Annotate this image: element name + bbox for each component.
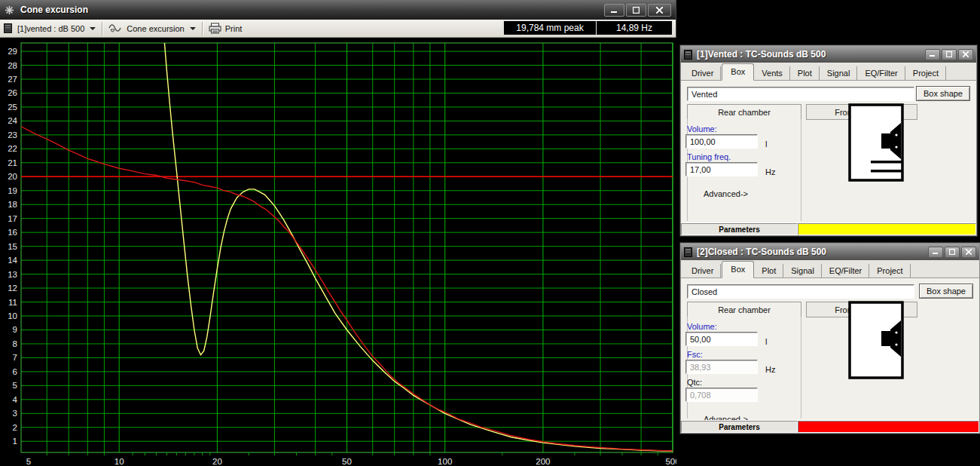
plot-type-selector-dropdown[interactable]: Cone excursion [105, 21, 199, 36]
maximize-icon [946, 51, 952, 57]
maximize-button[interactable] [945, 247, 960, 258]
tab-strip: DriverBoxPlotSignalEQ/FilterProject [681, 260, 979, 278]
tab-box[interactable]: Box [722, 261, 754, 278]
project-selector-dropdown[interactable]: [1]vented : dB 500 [0, 21, 99, 36]
y-tick-label: 4 [13, 395, 18, 404]
advanced-link[interactable]: Advanced-> [704, 189, 748, 198]
maximize-button[interactable] [626, 4, 646, 17]
y-tick-label: 9 [13, 325, 17, 334]
tab-strip: DriverBoxVentsPlotSignalEQ/FilterProject [681, 63, 976, 81]
y-tick-label: 22 [8, 144, 17, 153]
y-tick-label: 1 [13, 437, 17, 446]
minimize-button[interactable] [925, 49, 940, 60]
tab-plot[interactable]: Plot [791, 66, 820, 81]
box-tab-content: VentedBox shapeRear chamberFront chamber… [681, 81, 976, 222]
close-button[interactable] [961, 247, 976, 258]
tuning-freq-unit: Hz [765, 167, 775, 176]
child-titlebar[interactable]: [2]Closed : TC-Sounds dB 500 [681, 244, 979, 260]
parameters-status-label: Parameters [681, 223, 798, 235]
volume-unit: l [765, 139, 767, 149]
fsc-unit: Hz [765, 365, 775, 374]
box-type-field[interactable]: Vented [687, 87, 914, 101]
y-tick-label: 6 [13, 367, 17, 376]
x-tick-label: 5 [26, 457, 31, 466]
y-tick-label: 14 [8, 256, 17, 265]
tab-driver[interactable]: Driver [685, 264, 721, 278]
tab-rear-chamber[interactable]: Rear chamber [687, 104, 801, 120]
main-toolbar: [1]vented : dB 500 Cone excursion Print … [0, 20, 676, 38]
close-button[interactable] [648, 4, 671, 17]
y-tick-label: 20 [8, 172, 17, 181]
tab-project[interactable]: Project [906, 66, 946, 81]
fsc-label: Fsc: [687, 350, 703, 359]
tab-signal[interactable]: Signal [784, 264, 822, 278]
print-button[interactable]: Print [205, 21, 246, 36]
box-shape-button[interactable]: Box shape [916, 86, 970, 101]
y-tick-label: 2 [13, 423, 17, 432]
volume-input[interactable]: 100,00 [685, 134, 758, 149]
y-tick-label: 19 [8, 186, 17, 195]
close-button[interactable] [958, 49, 973, 60]
series-curve-1-vented-db-500 [164, 43, 673, 451]
volume-unit: l [765, 337, 767, 346]
y-tick-label: 29 [8, 47, 17, 56]
closed-project-window: [2]Closed : TC-Sounds dB 500DriverBoxPlo… [680, 243, 980, 434]
toolbar-separator [102, 22, 102, 35]
volume-input[interactable]: 50,00 [685, 332, 758, 346]
x-tick-label: 20 [212, 457, 222, 466]
x-tick-label: 10 [114, 457, 124, 466]
parameters-statusbar: Parameters [681, 222, 976, 235]
window-icon [5, 5, 14, 15]
maximize-button[interactable] [942, 49, 957, 60]
minimize-icon [933, 249, 939, 255]
fsc-input: 38,93 [685, 360, 758, 374]
tab-eq-filter[interactable]: EQ/Filter [823, 264, 869, 278]
y-tick-label: 23 [8, 130, 17, 139]
tab-rear-chamber[interactable]: Rear chamber [687, 302, 801, 317]
child-titlebar[interactable]: [1]Vented : TC-Sounds dB 500 [681, 46, 976, 63]
x-tick-label: 200 [536, 457, 550, 466]
y-tick-label: 28 [8, 61, 17, 70]
tab-eq-filter[interactable]: EQ/Filter [858, 66, 905, 81]
y-tick-label: 27 [8, 75, 17, 84]
box-shape-button[interactable]: Box shape [919, 284, 973, 299]
main-window-title: Cone excursion [20, 5, 88, 15]
excursion-chart-svg: 1234567891011121314151617181920212223242… [0, 38, 676, 466]
y-tick-label: 18 [8, 200, 17, 209]
tuning-freq-label: Tuning freq. [687, 152, 731, 161]
y-tick-label: 21 [8, 158, 17, 167]
maximize-icon [949, 249, 955, 255]
volume-label: Volume: [687, 322, 717, 331]
y-tick-label: 13 [8, 270, 17, 279]
y-tick-label: 7 [13, 353, 17, 362]
driver-icon [684, 247, 692, 257]
box-type-field[interactable]: Closed [687, 284, 914, 299]
y-tick-label: 5 [13, 381, 17, 390]
y-tick-label: 17 [8, 214, 17, 223]
child-window-title: [2]Closed : TC-Sounds dB 500 [697, 247, 826, 257]
tab-box[interactable]: Box [722, 63, 754, 81]
y-tick-label: 12 [8, 284, 17, 293]
tab-driver[interactable]: Driver [685, 66, 721, 81]
tab-project[interactable]: Project [870, 264, 910, 278]
tab-vents[interactable]: Vents [755, 66, 790, 81]
plot-type-selector-label: Cone excursion [127, 24, 184, 33]
chevron-down-icon [90, 27, 96, 30]
print-label: Print [225, 24, 243, 33]
tuning-freq-input[interactable]: 17,00 [685, 162, 758, 176]
minimize-button[interactable] [604, 4, 624, 17]
y-tick-label: 24 [8, 116, 17, 125]
frequency-readout: 14,89 Hz [597, 20, 673, 35]
main-titlebar[interactable]: Cone excursion [0, 0, 676, 20]
driver-icon [4, 23, 12, 33]
project-selector-label: [1]vented : dB 500 [17, 24, 84, 33]
tab-plot[interactable]: Plot [755, 264, 783, 278]
qtc-label: Qtc: [687, 378, 702, 387]
chevron-down-icon [190, 27, 196, 30]
y-tick-label: 11 [8, 298, 17, 307]
excursion-plot: 1234567891011121314151617181920212223242… [0, 38, 676, 466]
qtc-input: 0,708 [685, 388, 758, 402]
parameters-status-label: Parameters [681, 421, 798, 433]
minimize-button[interactable] [928, 247, 943, 258]
tab-signal[interactable]: Signal [820, 66, 858, 81]
